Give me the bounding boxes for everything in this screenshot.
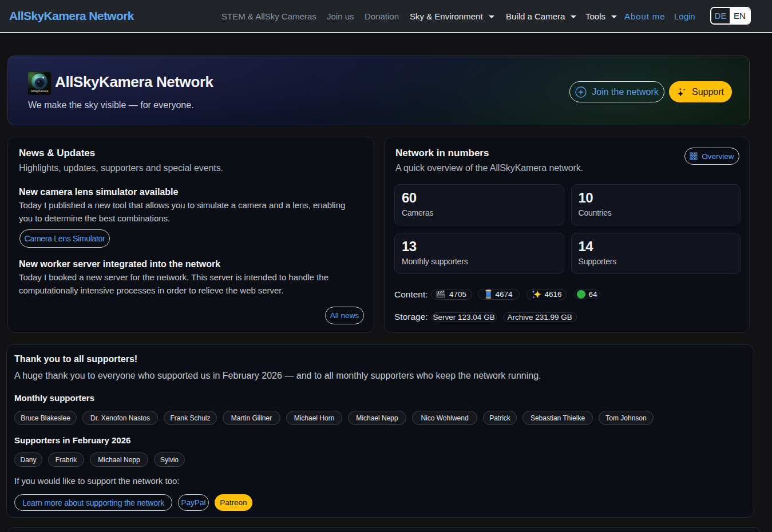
svg-text:AllSkyKamera: AllSkyKamera (31, 90, 48, 93)
